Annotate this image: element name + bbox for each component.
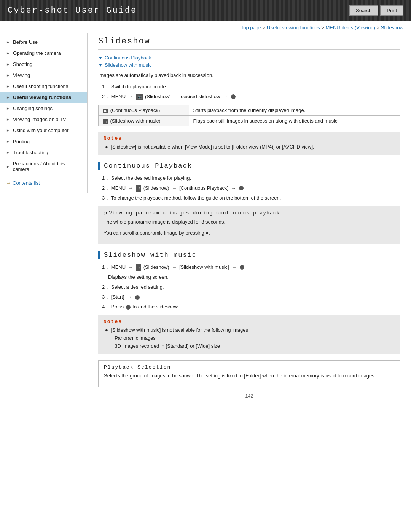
section-heading-text: Continuous Playback bbox=[104, 162, 192, 169]
chevron-right-icon: ► bbox=[6, 117, 11, 121]
notes-text: [Slideshow] is not available when [View … bbox=[111, 144, 314, 150]
chevron-right-icon: ► bbox=[6, 150, 11, 155]
feature-table: ▶ (Continuous Playback) Starts playback … bbox=[98, 105, 400, 126]
section-link-music[interactable]: ▼ Slideshow with music bbox=[98, 62, 400, 68]
step-text: MENU → 📷 (Slideshow) → desired slideshow… bbox=[111, 94, 236, 99]
notes-box-1: Notes ● [Slideshow] is not available whe… bbox=[98, 132, 400, 155]
sidebar-item-operating[interactable]: ► Operating the camera bbox=[0, 48, 87, 59]
music-step-4: 4． Press to end the slideshow. bbox=[102, 303, 400, 311]
breadcrumb-sep3: > bbox=[375, 25, 381, 30]
sidebar-item-viewing[interactable]: ► Viewing bbox=[0, 70, 87, 81]
sidebar-item-viewing-tv[interactable]: ► Viewing images on a TV bbox=[0, 114, 87, 125]
section-link-label[interactable]: Slideshow with music bbox=[105, 62, 152, 68]
step-text: Switch to playback mode. bbox=[111, 84, 167, 89]
music-step-2: 2． Select a desired setting. bbox=[102, 283, 400, 291]
breadcrumb-top[interactable]: Top page bbox=[241, 25, 261, 30]
notes-box-2: Notes ● [Slideshow with music] is not av… bbox=[98, 315, 400, 354]
chevron-right-icon: ► bbox=[6, 106, 11, 110]
step-text: MENU → ♫ (Slideshow) → [Slideshow with m… bbox=[111, 264, 245, 270]
confirm-button-icon bbox=[240, 265, 244, 270]
table-cell-label: ♫ (Slideshow with music) bbox=[99, 115, 189, 126]
sidebar-item-troubleshooting[interactable]: ► Troubleshooting bbox=[0, 147, 87, 158]
sidebar-item-label: Viewing images on a TV bbox=[13, 117, 66, 122]
page-title: Slideshow bbox=[98, 37, 400, 50]
slideshow-music-heading: Slideshow with music bbox=[98, 251, 400, 259]
step-2: 2． MENU → 📷 (Slideshow) → desired slides… bbox=[102, 93, 400, 101]
slideshow-icon: 📷 bbox=[136, 94, 143, 100]
breadcrumb-sep1: > bbox=[261, 25, 267, 30]
chevron-right-icon: ► bbox=[6, 73, 11, 77]
sidebar: ► Before Use ► Operating the camera ► Sh… bbox=[0, 33, 88, 193]
continuous-playback-heading: Continuous Playback bbox=[98, 162, 400, 170]
table-row: ♫ (Slideshow with music) Plays back stil… bbox=[99, 115, 400, 126]
sidebar-item-label: Useful viewing functions bbox=[13, 94, 71, 100]
step-text: Displays the setting screen. bbox=[108, 274, 169, 280]
sidebar-item-label: Shooting bbox=[13, 61, 32, 67]
hint-line-1: The whole panoramic image is displayed f… bbox=[104, 218, 395, 226]
table-cell-desc: Plays back still images in succession al… bbox=[189, 115, 400, 126]
chevron-right-icon: ► bbox=[6, 51, 11, 55]
music-step-1: 1． MENU → ♫ (Slideshow) → [Slideshow wit… bbox=[102, 263, 400, 272]
step-number: 3． bbox=[102, 195, 110, 201]
sidebar-item-label: Troubleshooting bbox=[13, 150, 48, 155]
music-step-3: 3． [Start] → bbox=[102, 293, 400, 301]
confirm-button-icon bbox=[135, 295, 140, 300]
section-link-label[interactable]: Continuous Playback bbox=[105, 55, 151, 61]
notes-text: [Slideshow with music] is not available … bbox=[111, 327, 249, 333]
sidebar-item-useful-shooting[interactable]: ► Useful shooting functions bbox=[0, 81, 87, 92]
notes-item-3: − 3D images recorded in [Standard] or [W… bbox=[110, 342, 395, 350]
chevron-right-icon: ► bbox=[6, 84, 11, 88]
sidebar-item-label: Printing bbox=[13, 139, 30, 144]
playback-box-text: Selects the group of images to be shown.… bbox=[104, 372, 395, 380]
music-step-1b: Displays the setting screen. bbox=[108, 273, 400, 281]
page-number: 142 bbox=[98, 390, 400, 402]
step-number: 2． bbox=[102, 94, 110, 99]
notes-text: − Panoramic images bbox=[110, 335, 156, 341]
sidebar-item-label: Changing settings bbox=[13, 105, 53, 111]
sidebar-item-before-use[interactable]: ► Before Use bbox=[0, 37, 87, 48]
contents-list-link[interactable]: → Contents list bbox=[0, 175, 87, 189]
sidebar-item-printing[interactable]: ► Printing bbox=[0, 136, 87, 147]
section-links: ▼ Continuous Playback ▼ Slideshow with m… bbox=[98, 55, 400, 68]
notes-item-2: − Panoramic images bbox=[110, 334, 395, 342]
sidebar-item-using-computer[interactable]: ► Using with your computer bbox=[0, 125, 87, 136]
intro-text: Images are automatically played back in … bbox=[98, 72, 400, 80]
cont-step-2: 2． MENU → ♫ (Slideshow) → [Continuous Pl… bbox=[102, 184, 400, 192]
step-text: Select the desired image for playing. bbox=[111, 175, 191, 181]
hint-line-2-text: You can scroll a panoramic image by pres… bbox=[104, 230, 210, 236]
hint-box: ⚙ Viewing panoramic images during contin… bbox=[98, 206, 400, 244]
cont-step-1: 1． Select the desired image for playing. bbox=[102, 174, 400, 182]
sidebar-item-label: Precautions / About this camera bbox=[13, 161, 81, 172]
table-label-text: (Continuous Playback) bbox=[110, 107, 160, 113]
sidebar-item-precautions[interactable]: ► Precautions / About this camera bbox=[0, 158, 87, 175]
notes-item-1: ● [Slideshow with music] is not availabl… bbox=[105, 326, 395, 334]
sidebar-item-label: Viewing bbox=[13, 72, 30, 78]
bullet-icon: ● bbox=[105, 327, 108, 333]
chevron-right-icon: ► bbox=[6, 139, 11, 144]
step-text: [Start] → bbox=[111, 294, 140, 300]
sidebar-item-useful-viewing[interactable]: ► Useful viewing functions bbox=[0, 92, 87, 103]
print-button[interactable]: Print bbox=[380, 5, 403, 16]
sidebar-item-changing-settings[interactable]: ► Changing settings bbox=[0, 103, 87, 114]
step-number: 4． bbox=[102, 304, 110, 310]
continuous-icon: ▶ bbox=[103, 109, 108, 113]
notes-title: Notes bbox=[104, 136, 395, 141]
notes-item: ● [Slideshow] is not available when [Vie… bbox=[105, 143, 395, 151]
step-1: 1． Switch to playback mode. bbox=[102, 83, 400, 91]
table-cell-desc: Starts playback from the currently displ… bbox=[189, 105, 400, 115]
breadcrumb-useful-viewing[interactable]: Useful viewing functions bbox=[267, 25, 320, 30]
header-buttons: Search Print bbox=[349, 5, 403, 16]
breadcrumb-slideshow[interactable]: Slideshow bbox=[381, 25, 403, 30]
breadcrumb-menu-items[interactable]: MENU items (Viewing) bbox=[325, 25, 375, 30]
sidebar-item-label: Operating the camera bbox=[13, 50, 61, 56]
search-button[interactable]: Search bbox=[349, 5, 378, 16]
sidebar-item-shooting[interactable]: ► Shooting bbox=[0, 59, 87, 70]
notes-title: Notes bbox=[104, 319, 395, 324]
chevron-right-icon: ► bbox=[6, 40, 11, 44]
breadcrumb: Top page > Useful viewing functions > ME… bbox=[0, 21, 411, 33]
breadcrumb-sep2: > bbox=[320, 25, 326, 30]
contents-link-label: Contents list bbox=[13, 180, 40, 186]
section-link-continuous[interactable]: ▼ Continuous Playback bbox=[98, 55, 400, 61]
sidebar-item-label: Using with your computer bbox=[13, 128, 69, 133]
chevron-right-icon: ► bbox=[6, 128, 11, 133]
